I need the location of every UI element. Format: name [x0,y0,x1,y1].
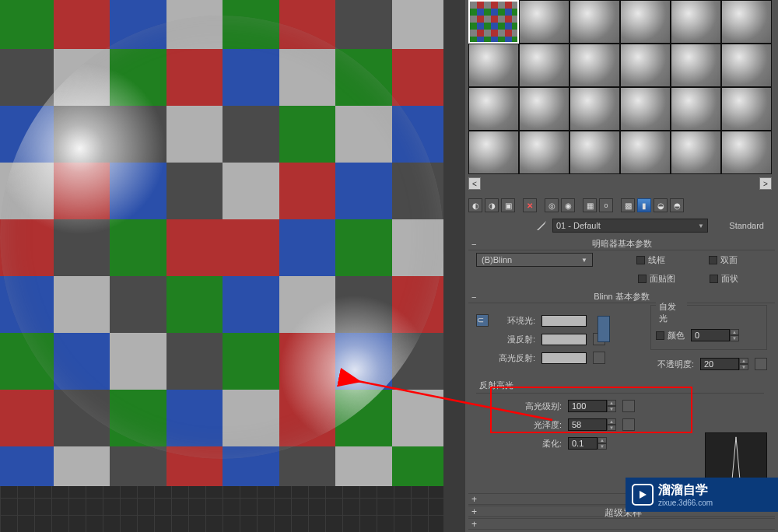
diffuse-label: 漫反射: [495,334,535,345]
specular-label: 高光反射: [495,352,535,364]
ambient-swatch[interactable] [541,315,587,327]
opacity-label: 不透明度: [657,359,694,370]
material-slot-21[interactable] [620,131,671,174]
wireframe-checkbox[interactable]: 线框 [636,254,665,266]
rollout-collapsed-3[interactable]: + [468,518,775,530]
material-slots-grid [468,0,772,174]
go-parent-icon[interactable]: ◒ [654,198,668,212]
material-slot-17[interactable] [721,87,772,131]
material-slot-12[interactable] [468,87,519,131]
material-slot-10[interactable] [671,44,721,87]
spec-level-spinner[interactable]: 100 ▲▼ [568,400,616,412]
rollout-header-blinn[interactable]: − Blinn 基本参数 [468,291,775,303]
shader-name: (B)Blinn [482,255,512,264]
put-library-icon[interactable]: ▦ [583,198,597,212]
spec-level-map-button[interactable] [622,400,635,412]
material-slot-1[interactable] [519,0,569,44]
watermark-badge: 溜溜自学 zixue.3d66.com [626,478,778,512]
material-slot-3[interactable] [620,0,671,44]
material-type-button[interactable]: Standard [729,221,764,230]
show-end-result-icon[interactable]: ▮ [637,198,651,212]
material-slot-0[interactable] [468,0,519,44]
collapse-icon: − [471,292,476,302]
spec-level-label: 高光级别: [515,401,562,412]
watermark-url: zixue.3d66.com [658,499,713,507]
material-name-text: 01 - Default [556,221,601,230]
specular-map-button[interactable] [593,352,605,364]
material-slot-14[interactable] [569,87,620,131]
facemap-checkbox[interactable]: 面贴图 [638,273,675,285]
get-material-icon[interactable]: ◐ [468,198,482,212]
rollout-header-shader[interactable]: − 明暗器基本参数 [468,238,775,250]
collapse-icon: − [471,240,476,249]
faceted-checkbox[interactable]: 面状 [710,273,738,285]
self-illum-color-checkbox[interactable]: 颜色 [656,330,685,341]
material-slot-4[interactable] [671,0,721,44]
material-slot-9[interactable] [620,44,671,87]
glossiness-map-button[interactable] [622,418,635,431]
specular-highlights-label: 反射高光 [476,378,764,393]
assign-material-icon[interactable]: ▣ [501,198,515,212]
material-slot-8[interactable] [569,44,620,87]
specular-swatch[interactable] [541,352,587,364]
divider-strip [443,0,465,532]
diffuse-swatch[interactable] [541,334,587,345]
chevron-down-icon: ▼ [698,222,704,229]
material-slot-23[interactable] [721,131,772,174]
play-logo-icon [632,484,654,506]
rollout-title: 明暗器基本参数 [592,238,652,250]
specular-curve-preview [705,432,767,481]
material-slot-22[interactable] [671,131,721,174]
shader-select[interactable]: (B)Blinn ▼ [476,253,593,267]
glossiness-label: 光泽度: [515,419,562,431]
material-toolbar: ◐ ◑ ▣ ✕ ◎ ◉ ▦ 0 ▩ ▮ ◒ ◓ [468,197,772,214]
material-slot-2[interactable] [569,0,620,44]
soften-label: 柔化: [531,438,562,450]
material-editor-panel: < > ◐ ◑ ▣ ✕ ◎ ◉ ▦ 0 ▩ ▮ ◒ ◓ 01 - Default… [443,0,778,532]
opacity-spinner[interactable]: 20 ▲▼ [700,358,748,370]
ambient-lock-icon[interactable]: ⊂ [476,314,489,327]
show-map-icon[interactable]: ▩ [621,198,635,212]
soften-spinner[interactable]: 0.1 ▲▼ [568,437,607,450]
material-slot-15[interactable] [620,87,671,131]
two-sided-checkbox[interactable]: 双面 [709,254,738,266]
material-slot-7[interactable] [519,44,569,87]
scroll-left-button[interactable]: < [468,177,481,190]
material-name-select[interactable]: 01 - Default ▼ [552,219,708,233]
viewport-grid [0,486,443,532]
material-slot-18[interactable] [468,131,519,174]
glossiness-spinner[interactable]: 58 ▲▼ [568,418,616,431]
scroll-right-button[interactable]: > [759,177,772,190]
reset-material-icon[interactable]: ✕ [523,198,537,212]
material-slot-19[interactable] [519,131,569,174]
material-slot-13[interactable] [519,87,569,131]
make-copy-icon[interactable]: ◎ [545,198,559,212]
put-material-icon[interactable]: ◑ [485,198,499,212]
material-slot-11[interactable] [721,44,772,87]
material-preview-large [0,0,443,502]
watermark-brand: 溜溜自学 [658,482,713,499]
material-slot-6[interactable] [468,44,519,87]
viewport-panel [0,0,443,502]
preview-sphere [0,16,443,459]
material-slot-5[interactable] [721,0,772,44]
eyedropper-icon[interactable] [535,219,548,232]
chevron-down-icon: ▼ [581,257,587,264]
ambient-label: 环境光: [495,315,535,327]
ambient-diffuse-lock-icon[interactable] [598,316,610,342]
go-forward-icon[interactable]: ◓ [670,198,684,212]
self-illum-group-label: 自发光 [656,299,687,326]
opacity-map-button[interactable] [755,358,767,370]
self-illum-spinner[interactable]: 0 ▲▼ [691,329,739,341]
make-unique-icon[interactable]: ◉ [561,198,575,212]
material-slot-20[interactable] [569,131,620,174]
material-name-row: 01 - Default ▼ Standard [468,217,772,234]
material-slot-16[interactable] [671,87,721,131]
material-id-icon[interactable]: 0 [599,198,613,212]
rollout-title: Blinn 基本参数 [594,291,650,303]
